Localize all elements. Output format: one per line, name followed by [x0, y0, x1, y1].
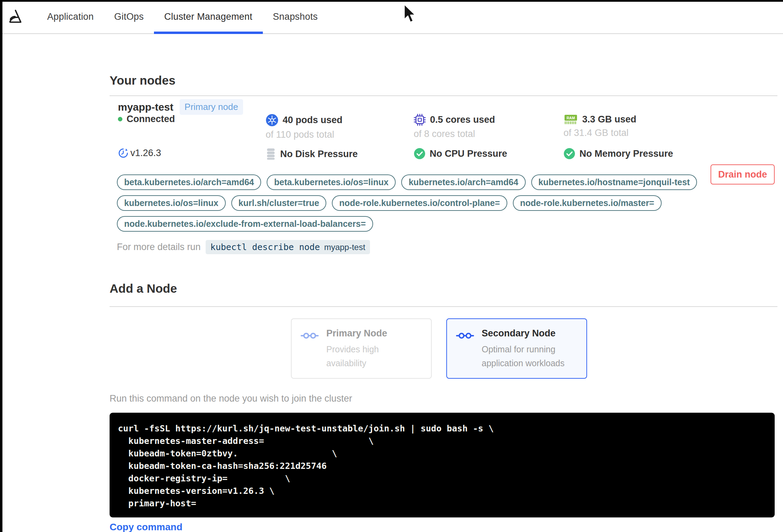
pods-stat: 40 pods used of 110 pods total — [266, 114, 343, 140]
version-label: v1.26.3 — [130, 148, 161, 158]
primary-node-card-subtitle: Provides high availability — [326, 342, 417, 370]
kubectl-command-text: kubectl describe node — [210, 242, 320, 252]
nav-tabs: Application GitOps Cluster Management Sn… — [47, 0, 318, 33]
app-logo — [0, 0, 47, 33]
tab-cluster-management-label: Cluster Management — [164, 11, 252, 22]
check-circle-icon — [563, 148, 575, 160]
memory-total-label: of 31.4 GB total — [563, 128, 636, 138]
top-nav-bar: Application GitOps Cluster Management Sn… — [0, 0, 783, 34]
secondary-node-card-subtitle: Optimal for running application workload… — [482, 342, 573, 370]
check-circle-icon — [414, 148, 425, 160]
terminal-line: kubeadm-token=0ztbvy. \ — [118, 447, 775, 460]
tab-snapshots[interactable]: Snapshots — [273, 0, 318, 33]
node-label-tag: kubernetes.io/os=linux — [117, 195, 226, 211]
node-label-tag: node-role.kubernetes.io/master= — [513, 195, 662, 211]
ram-icon: RAM — [563, 114, 578, 125]
primary-node-card-text: Primary Node Provides high availability — [326, 328, 417, 378]
tab-application[interactable]: Application — [47, 0, 94, 33]
cores-used-label: 0.5 cores used — [430, 114, 495, 125]
tab-gitops-label: GitOps — [114, 11, 144, 22]
pods-total-label: of 110 pods total — [266, 129, 343, 140]
screen-edge-top — [0, 0, 783, 2]
primary-node-card-title: Primary Node — [326, 328, 417, 339]
replicated-logo-icon — [8, 9, 22, 24]
primary-node-badge: Primary node — [180, 99, 243, 115]
your-nodes-heading: Your nodes — [110, 74, 175, 87]
active-tab-underline — [154, 32, 263, 34]
terminal-line: curl -fsSL https://kurl.sh/jq-new-test-u… — [118, 422, 775, 435]
node-label-tag: beta.kubernetes.io/os=linux — [267, 174, 396, 190]
node-link-icon — [456, 332, 474, 378]
secondary-node-card-text: Secondary Node Optimal for running appli… — [482, 328, 573, 378]
svg-text:RAM: RAM — [567, 116, 575, 120]
copy-command-link[interactable]: Copy command — [110, 522, 182, 532]
memory-pressure-label: No Memory Pressure — [579, 148, 673, 159]
tab-snapshots-label: Snapshots — [273, 11, 318, 22]
node-name: myapp-test — [118, 101, 173, 113]
kubectl-describe-code-chip: kubectl describe node myapp-test — [206, 240, 370, 254]
add-node-divider — [110, 306, 777, 307]
memory-stat: RAM 3.3 GB used of 31.4 GB total — [563, 114, 636, 138]
tab-cluster-management[interactable]: Cluster Management — [164, 0, 252, 33]
connected-dot-icon — [118, 117, 122, 121]
tab-gitops[interactable]: GitOps — [114, 0, 144, 33]
cores-total-label: of 8 cores total — [414, 129, 495, 139]
node-label-tag: kubernetes.io/hostname=jonquil-test — [531, 174, 697, 190]
node-link-icon — [301, 332, 319, 378]
disk-pressure-label: No Disk Pressure — [280, 149, 358, 160]
disk-cylinder-icon — [266, 148, 276, 160]
join-command-instruction: Run this command on the node you wish to… — [110, 393, 352, 404]
kubectl-node-name-text: myapp-test — [324, 242, 365, 252]
connected-label: Connected — [127, 114, 175, 125]
add-node-heading: Add a Node — [110, 282, 177, 295]
cpu-pressure-status: No CPU Pressure — [414, 148, 507, 160]
node-label-tag: kubernetes.io/arch=amd64 — [401, 174, 525, 190]
join-command-terminal: curl -fsSL https://kurl.sh/jq-new-test-u… — [110, 413, 775, 517]
node-label-tag: beta.kubernetes.io/arch=amd64 — [117, 174, 261, 190]
cpu-chip-icon — [414, 114, 426, 126]
kubernetes-wheel-icon — [266, 114, 278, 127]
node-version: v1.26.3 — [118, 148, 161, 158]
node-label-tag: node-role.kubernetes.io/control-plane= — [332, 195, 507, 211]
screen-edge-left — [0, 0, 2, 532]
secondary-node-card-title: Secondary Node — [482, 328, 573, 339]
your-nodes-divider — [110, 95, 777, 96]
version-clock-icon — [118, 148, 129, 158]
terminal-line: kubernetes-version=v1.26.3 \ — [118, 485, 775, 497]
terminal-line: kubeadm-token-ca-hash=sha256:221d25746 — [118, 460, 775, 472]
secondary-node-card[interactable]: Secondary Node Optimal for running appli… — [446, 318, 587, 379]
memory-pressure-status: No Memory Pressure — [563, 148, 673, 160]
primary-node-card[interactable]: Primary Node Provides high availability — [291, 318, 432, 379]
tab-application-label: Application — [47, 11, 94, 22]
cpu-pressure-label: No CPU Pressure — [430, 148, 507, 159]
node-details-hint: For more details run kubectl describe no… — [117, 240, 370, 254]
node-label-tag: node.kubernetes.io/exclude-from-external… — [117, 216, 373, 232]
drain-node-button[interactable]: Drain node — [711, 164, 775, 185]
pods-used-label: 40 pods used — [283, 115, 343, 126]
memory-used-label: 3.3 GB used — [582, 114, 636, 125]
terminal-line: primary-host= — [118, 497, 775, 510]
disk-pressure-status: No Disk Pressure — [266, 148, 358, 160]
details-prefix-label: For more details run — [117, 242, 201, 252]
node-status: Connected — [118, 114, 175, 125]
mouse-cursor-icon — [403, 3, 417, 24]
cores-stat: 0.5 cores used of 8 cores total — [414, 114, 495, 139]
node-label-tag: kurl.sh/cluster=true — [231, 195, 327, 211]
terminal-line: kubernetes-master-address= \ — [118, 435, 775, 447]
terminal-line: docker-registry-ip= \ — [118, 472, 775, 485]
